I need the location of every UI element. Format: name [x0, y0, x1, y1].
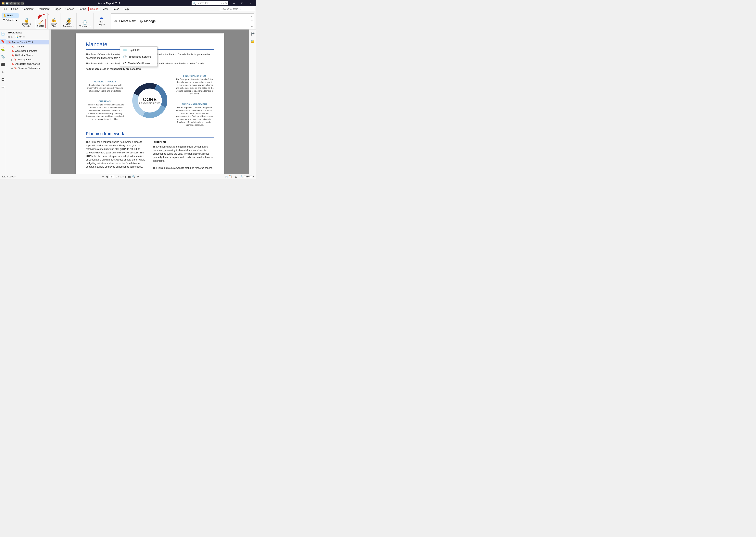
search-tools-input[interactable]	[220, 7, 255, 11]
bm-tool-settings[interactable]: ≡	[23, 35, 24, 38]
bm-tool-expand-all[interactable]: ⊞	[8, 35, 10, 38]
next-page-btn[interactable]: ▶	[125, 175, 127, 178]
funds-management-title: FUNDS MANAGEMENT	[175, 103, 214, 105]
menu-convert[interactable]: Convert	[64, 7, 76, 11]
search-close[interactable]: ✕	[225, 2, 227, 5]
menu-home[interactable]: Home	[9, 7, 20, 11]
first-page-btn[interactable]: ⏮	[102, 175, 104, 178]
zoom-input[interactable]	[244, 175, 252, 178]
left-icon-nav[interactable]: ⛳	[0, 46, 6, 52]
xodo-sign-icon: ✒	[100, 16, 104, 21]
manage-btn[interactable]: ⚙ Manage	[140, 19, 156, 23]
bm-tool-delete[interactable]: 🗑	[19, 35, 22, 38]
scroll-view-btn[interactable]: ≡	[233, 175, 234, 178]
zoom-decrease-btn[interactable]: 🔍	[241, 175, 243, 178]
title-search-input[interactable]	[197, 2, 220, 5]
xodo-sign-btn[interactable]: ✒ XodoSign ▾	[96, 15, 108, 27]
digitally-sign-label: DigitallySign	[50, 23, 57, 27]
double-page-view-btn[interactable]: 📋	[229, 175, 232, 178]
doc-security-label: DocumentSecurity	[22, 23, 31, 27]
single-page-view-btn[interactable]: 📄	[224, 175, 228, 178]
currency-section: CURRENCY The Bank designs, issues and di…	[86, 100, 124, 121]
menu-pages[interactable]: Pages	[52, 7, 63, 11]
bm-item-2019-glance[interactable]: 🔖 2019 at a Glance	[6, 53, 49, 58]
digital-ids-item[interactable]: 🪪 Digital IDs	[120, 47, 157, 53]
manage-icon: ⚙	[140, 19, 143, 23]
selection-mode-btn[interactable]: T Selection ▾	[2, 18, 19, 22]
bm-tool-collapse[interactable]: ⊟	[11, 35, 13, 38]
minimize-button[interactable]: ─	[230, 0, 238, 6]
bm-icon-0: 🔖	[8, 41, 11, 44]
zoom-dropdown-btn[interactable]: ▾	[253, 175, 254, 178]
sanitize-label: Sanitize	[37, 25, 44, 27]
page-number-input[interactable]	[109, 175, 115, 178]
doc-security-btn[interactable]: 🔒 DocumentSecurity	[21, 17, 32, 28]
scroll-down-btn[interactable]: ▼	[251, 20, 253, 22]
title-search-box[interactable]: 🔍 < > ✕	[192, 1, 228, 5]
xodo-sign-label: XodoSign ▾	[99, 21, 105, 26]
certify-document-btn[interactable]: 🔏 CertifyDocument ▾	[62, 17, 75, 28]
menu-document[interactable]: Document	[36, 7, 51, 11]
scroll-up-btn[interactable]: ▲	[251, 15, 253, 18]
bm-expand-4[interactable]: ▶	[12, 59, 13, 61]
rotate-btn[interactable]: ↻	[137, 175, 139, 178]
bm-item-annual-report[interactable]: 🔖 Annual Report 2019	[6, 40, 49, 44]
panel-divider[interactable]: ⋮	[49, 29, 51, 174]
bm-item-contents[interactable]: 🔖 Contents	[6, 44, 49, 49]
left-icon-layers[interactable]: ⬛	[0, 62, 6, 67]
create-new-btn[interactable]: ✏ Create New	[114, 19, 135, 23]
prev-page-btn[interactable]: ◀	[106, 175, 108, 178]
timestamp-btn[interactable]: 🕐 Timestamp ▾	[78, 20, 92, 28]
tb-icon3[interactable]: 🖨	[10, 2, 13, 5]
sanitize-btn[interactable]: 🧹 Sanitize	[36, 19, 46, 28]
trusted-certificates-item[interactable]: 🛡 Trusted Certificates	[120, 60, 157, 66]
close-button[interactable]: ✕	[246, 0, 254, 6]
left-icon-attachments[interactable]: 📎	[0, 54, 6, 60]
tb-redo[interactable]: ↪	[21, 2, 24, 5]
bm-item-management[interactable]: ▶ 🔖 Management	[6, 58, 49, 62]
left-icon-comments[interactable]: ✏	[1, 69, 5, 75]
create-manage-area: ✏ Create New ⚙ Manage ▲ ▼ ≪	[111, 13, 254, 29]
grid-view-btn[interactable]: ⊞	[235, 175, 238, 178]
last-page-btn[interactable]: ⏭	[128, 175, 131, 178]
menu-forms[interactable]: Forms	[77, 7, 88, 11]
bm-label-2: Governor's Foreword	[15, 50, 37, 52]
hand-mode-btn[interactable]: ✋ Hand	[2, 13, 19, 18]
menu-secure[interactable]: Secure	[88, 7, 100, 11]
digitally-sign-btn[interactable]: ✍ DigitallySign	[49, 17, 59, 28]
tb-icon2[interactable]: 💾	[6, 2, 9, 5]
digitally-sign-icon: ✍	[51, 18, 57, 22]
bm-expand-6[interactable]: ▶	[12, 67, 13, 69]
bm-label-0: Annual Report 2019	[12, 41, 33, 44]
bm-tool-add[interactable]: 📑	[15, 35, 18, 38]
search-nav[interactable]: < >	[221, 2, 224, 4]
left-icon-images[interactable]: 🖼	[1, 77, 5, 82]
digital-ids-icon: 🪪	[123, 48, 127, 52]
maximize-button[interactable]: □	[238, 0, 246, 6]
menu-comment[interactable]: Comment	[21, 7, 35, 11]
bm-icon-1: 🔖	[12, 45, 14, 48]
tb-icon4[interactable]: ✉	[13, 2, 17, 5]
bm-item-discussion[interactable]: 🔖 Discussion and Analysis	[6, 62, 49, 66]
left-icon-tags[interactable]: 🏷	[1, 85, 5, 90]
menu-view[interactable]: View	[101, 7, 110, 11]
right-icon-chat[interactable]: 💬	[250, 31, 255, 36]
tb-icon1[interactable]: 📁	[2, 2, 5, 5]
menu-batch[interactable]: Batch	[111, 7, 121, 11]
zoom-fit-btn[interactable]: 🔍	[132, 175, 135, 178]
monetary-policy-section: MONETARY POLICY The objective of monetar…	[86, 80, 124, 92]
bm-item-financial[interactable]: ▶ 🔖 Financial Statements	[6, 66, 49, 70]
menu-file[interactable]: File	[1, 7, 9, 11]
view-mode-buttons: 📄 📋 ≡ ⊞	[224, 175, 238, 178]
left-icon-panel: 📄 🔖 ⛳ 📎 ⬛ ✏ 🖼 🏷	[0, 29, 6, 174]
selection-label: Selection ▾	[6, 19, 17, 21]
right-icon-lock[interactable]: 🔐	[250, 39, 255, 44]
tb-undo[interactable]: ↩	[17, 2, 21, 5]
menu-help[interactable]: Help	[121, 7, 131, 11]
bm-item-governors-foreword[interactable]: 🔖 Governor's Foreword	[6, 49, 49, 53]
manage-label: Manage	[144, 20, 156, 23]
left-icon-bookmarks[interactable]: 🔖	[0, 39, 6, 44]
scroll-expand-btn[interactable]: ≪	[251, 25, 253, 28]
left-icon-page[interactable]: 📄	[0, 31, 6, 36]
timestamp-servers-item[interactable]: 🕒 Timestamp Servers	[120, 53, 157, 60]
